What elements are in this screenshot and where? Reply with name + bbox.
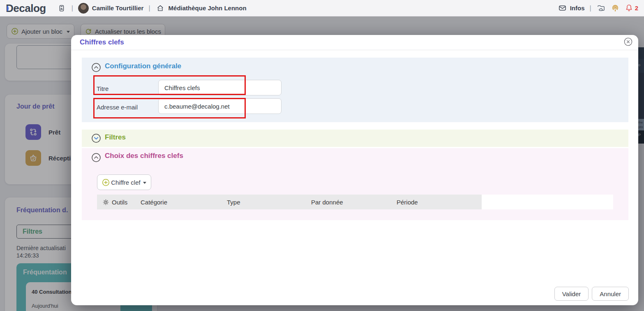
library-name[interactable]: Médiathèque John Lennon — [169, 5, 247, 12]
chevron-up-circle-icon[interactable] — [91, 63, 101, 72]
add-key-figure-button[interactable]: Chiffre clef — [97, 174, 151, 190]
chevron-up-circle-icon[interactable] — [91, 153, 101, 162]
podcast-icon[interactable] — [610, 3, 620, 13]
library-building-icon — [155, 3, 165, 13]
gear-icon — [102, 199, 109, 206]
divider: | — [590, 5, 591, 12]
decalog-logo[interactable]: Decalog — [6, 3, 46, 14]
section-key-figures-choice: Choix des chiffres clefs Chiffre clef Ou… — [82, 148, 628, 220]
user-avatar[interactable] — [78, 3, 89, 14]
divider: | — [72, 5, 73, 12]
section-title[interactable]: Filtres — [105, 133, 126, 142]
modal-footer: Valider Annuler — [554, 287, 629, 301]
key-figures-modal: Chiffres clefs Configuration générale Ti… — [71, 35, 638, 305]
dashboard-device-icon[interactable] — [57, 3, 67, 13]
user-name[interactable]: Camille Tourtillier — [92, 5, 144, 12]
topbar: Decalog | Camille Tourtillier | Médiathè… — [0, 0, 644, 16]
cancel-button[interactable]: Annuler — [592, 287, 629, 301]
chevron-down-circle-icon[interactable] — [91, 133, 101, 143]
column-header-period[interactable]: Période — [397, 195, 482, 209]
plus-circle-icon — [102, 179, 110, 186]
modal-title: Chiffres clefs — [80, 38, 124, 46]
field-label: Titre — [97, 85, 108, 92]
key-figures-table: Outils Catégorie Type Par donnée Période — [97, 195, 613, 209]
column-header-category[interactable]: Catégorie — [141, 195, 227, 209]
section-title[interactable]: Configuration générale — [105, 62, 181, 70]
logo-flame-icon — [6, 5, 10, 12]
divider: | — [148, 5, 150, 12]
field-label: Adresse e-mail — [97, 104, 138, 111]
email-field[interactable] — [158, 98, 282, 114]
column-header-type[interactable]: Type — [227, 195, 311, 209]
section-title[interactable]: Choix des chiffres clefs — [105, 152, 183, 160]
notification-count-badge[interactable]: 2 — [635, 5, 638, 12]
mail-icon[interactable] — [558, 3, 568, 13]
table-header-row: Outils Catégorie Type Par donnée Période — [97, 195, 482, 209]
table-empty-area — [482, 195, 613, 209]
column-header-tools[interactable]: Outils — [97, 195, 141, 209]
section-filters: Filtres — [82, 130, 628, 147]
add-key-figure-label: Chiffre clef — [111, 179, 140, 186]
folder-cloud-icon[interactable] — [596, 3, 606, 13]
title-field[interactable] — [158, 80, 282, 95]
bell-icon[interactable] — [624, 3, 634, 13]
close-icon[interactable] — [623, 36, 633, 47]
logo-text: Decalog — [6, 3, 46, 14]
infos-label[interactable]: Infos — [570, 5, 585, 12]
validate-button[interactable]: Valider — [554, 287, 589, 301]
column-header-per-data[interactable]: Par donnée — [311, 195, 397, 209]
divider — [71, 50, 638, 50]
section-general-config: Configuration générale Titre Adresse e-m… — [82, 58, 628, 122]
caret-down-icon — [143, 182, 146, 184]
